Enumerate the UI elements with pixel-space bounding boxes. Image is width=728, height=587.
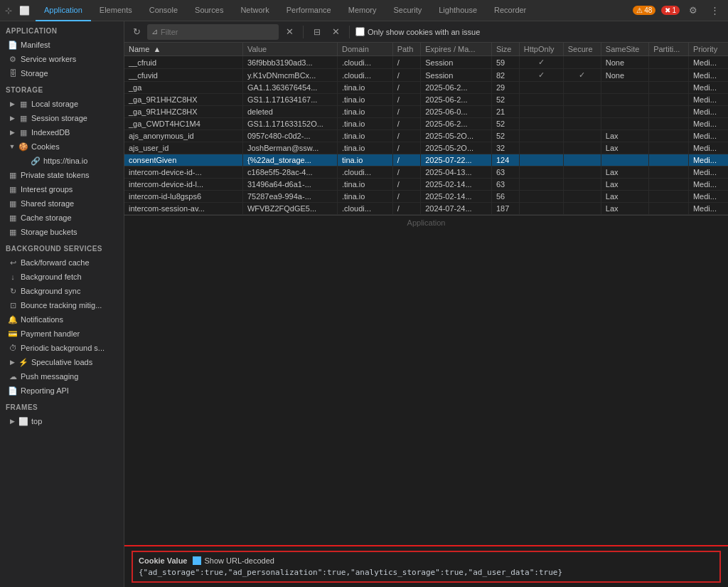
table-row[interactable]: __cfuvidy.K1vDNmcmBCx....cloudi.../Sessi…: [124, 69, 728, 82]
table-row[interactable]: ajs_user_idJoshBerman@ssw....tina.io/202…: [124, 142, 728, 154]
tab-bar: ⊹ ⬜ Application Elements Console Sources…: [0, 0, 728, 21]
sidebar-item-cookies[interactable]: ▼ 🍪 Cookies: [0, 139, 124, 154]
close-button[interactable]: ✕: [328, 24, 343, 40]
cell-size: 21: [492, 106, 520, 118]
tab-elements[interactable]: Elements: [91, 0, 141, 21]
cell-value: GA1.1.363676454...: [242, 82, 337, 94]
cell-domain: .cloudi...: [338, 166, 393, 179]
table-row[interactable]: intercom-id-lu8gsps675287ea9-994a-....ti…: [124, 191, 728, 203]
show-decoded-checkbox[interactable]: [193, 556, 201, 565]
settings-button[interactable]: ⚙: [685, 3, 701, 18]
sidebar-item-push-messaging[interactable]: ☁ Push messaging: [0, 369, 124, 384]
col-header-httponly[interactable]: HttpOnly: [519, 43, 563, 56]
tab-recorder[interactable]: Recorder: [486, 0, 535, 21]
sidebar-item-speculative-loads[interactable]: ▶ ⚡ Speculative loads: [0, 355, 124, 369]
error-badge[interactable]: ✖ 1: [661, 6, 680, 15]
cursor-icon[interactable]: ⊹: [3, 5, 14, 16]
cell-name: ajs_user_id: [124, 142, 242, 154]
sidebar-item-periodic-background[interactable]: ⏱ Periodic background s...: [0, 341, 124, 355]
col-header-priority[interactable]: Priority: [688, 43, 728, 56]
col-header-size[interactable]: Size: [492, 43, 520, 56]
sidebar-item-local-storage[interactable]: ▶ ▦ Local storage: [0, 97, 124, 111]
cell-size: 32: [492, 142, 520, 154]
sidebar-item-interest-groups[interactable]: ▦ Interest groups: [0, 182, 124, 196]
tab-security[interactable]: Security: [385, 0, 430, 21]
sidebar-item-private-state-tokens[interactable]: ▦ Private state tokens: [0, 168, 124, 182]
sidebar-item-reporting-api[interactable]: 📄 Reporting API: [0, 384, 124, 398]
table-row[interactable]: intercom-device-id-...c168e5f5-28ac-4...…: [124, 166, 728, 179]
notifications-label: Notifications: [21, 315, 63, 324]
delete-button[interactable]: ⊟: [309, 24, 325, 40]
tab-memory[interactable]: Memory: [340, 0, 385, 21]
cell-path: /: [392, 118, 421, 130]
table-row[interactable]: _ga_9R1HHZC8HXdeleted.tina.io/2025-06-0.…: [124, 106, 728, 118]
cell-priority: Medi...: [688, 142, 728, 154]
cookies-url-label: https://tina.io: [43, 157, 87, 165]
tab-sources[interactable]: Sources: [186, 0, 232, 21]
sidebar-item-session-storage[interactable]: ▶ ▦ Session storage: [0, 111, 124, 125]
filter-input[interactable]: [161, 28, 274, 36]
sidebar-item-cookies-url[interactable]: 🔗 https://tina.io: [0, 154, 124, 168]
sidebar-item-cache-storage[interactable]: ▦ Cache storage: [0, 211, 124, 225]
sidebar-item-top[interactable]: ▶ ⬜ top: [0, 414, 124, 428]
cell-parti: [649, 94, 689, 106]
cell-name: __cfuvid: [124, 69, 242, 82]
col-header-secure[interactable]: Secure: [563, 43, 601, 56]
cell-samesite: None: [601, 69, 648, 82]
col-header-domain[interactable]: Domain: [338, 43, 393, 56]
cell-secure: [563, 203, 601, 215]
sidebar-item-background-sync[interactable]: ↻ Background sync: [0, 284, 124, 298]
table-row[interactable]: consentGiven{%22ad_storage...tina.io/202…: [124, 154, 728, 166]
tab-performance[interactable]: Performance: [278, 0, 340, 21]
cell-parti: [649, 56, 689, 69]
sidebar-item-notifications[interactable]: 🔔 Notifications: [0, 312, 124, 327]
storage-section-title: Storage: [0, 80, 124, 97]
cell-priority: Medi...: [688, 94, 728, 106]
cell-domain: .tina.io: [338, 82, 393, 94]
cell-name: intercom-device-id-...: [124, 166, 242, 179]
tab-network[interactable]: Network: [232, 0, 277, 21]
sidebar-item-background-fetch[interactable]: ↓ Background fetch: [0, 270, 124, 284]
col-header-path[interactable]: Path: [392, 43, 421, 56]
table-row[interactable]: _gaGA1.1.363676454....tina.io/2025-06-2.…: [124, 82, 728, 94]
col-header-samesite[interactable]: SameSite: [601, 43, 648, 56]
sidebar-item-storage-buckets[interactable]: ▦ Storage buckets: [0, 225, 124, 239]
col-header-name[interactable]: Name ▲: [124, 43, 242, 56]
sidebar-item-service-workers[interactable]: ⚙ Service workers: [0, 52, 124, 66]
device-icon[interactable]: ⬜: [18, 5, 30, 16]
cell-httponly: [519, 179, 563, 191]
clear-filter-button[interactable]: ✕: [282, 24, 297, 40]
table-container[interactable]: Name ▲ Value Domain Path Expires / Ma...…: [124, 43, 728, 545]
payment-handler-icon: 💳: [9, 329, 17, 338]
sidebar-item-bounce-tracking[interactable]: ⊡ Bounce tracking mitig...: [0, 298, 124, 312]
table-row[interactable]: _ga_9R1HHZC8HXGS1.1.171634167....tina.io…: [124, 94, 728, 106]
tab-application[interactable]: Application: [36, 0, 91, 21]
sidebar-item-indexeddb[interactable]: ▶ ▦ IndexedDB: [0, 125, 124, 139]
cell-priority: Medi...: [688, 166, 728, 179]
cookies-only-checkbox[interactable]: [355, 27, 365, 36]
sidebar-item-payment-handler[interactable]: 💳 Payment handler: [0, 327, 124, 341]
cookies-only-label[interactable]: Only show cookies with an issue: [355, 27, 480, 36]
col-header-value[interactable]: Value: [242, 43, 337, 56]
sidebar-item-manifest[interactable]: 📄 Manifest: [0, 38, 124, 52]
table-row[interactable]: _ga_CWDT4HC1M4GS1.1.171633152O....tina.i…: [124, 118, 728, 130]
show-decoded-label[interactable]: Show URL-decoded: [193, 556, 274, 565]
sidebar-item-shared-storage[interactable]: ▦ Shared storage: [0, 196, 124, 211]
table-row[interactable]: __cfruid36f9bbb3190ad3....cloudi.../Sess…: [124, 56, 728, 69]
table-row[interactable]: intercom-session-av...WFVBZ2FQdGE5....cl…: [124, 203, 728, 215]
table-row[interactable]: intercom-device-id-l...31496a64-d6a1-...…: [124, 179, 728, 191]
more-button[interactable]: ⋮: [707, 3, 722, 18]
table-row[interactable]: ajs_anonymous_id0957c480-c0d2-....tina.i…: [124, 130, 728, 142]
warning-badge[interactable]: ⚠ 48: [633, 6, 655, 15]
cell-priority: Medi...: [688, 191, 728, 203]
refresh-button[interactable]: ↻: [129, 24, 144, 40]
cell-size: 59: [492, 56, 520, 69]
sidebar-item-back-forward[interactable]: ↩ Back/forward cache: [0, 255, 124, 270]
col-header-parti[interactable]: Partiti...: [649, 43, 689, 56]
cell-expires: 2025-06-0...: [421, 106, 492, 118]
col-header-expires[interactable]: Expires / Ma...: [421, 43, 492, 56]
tab-console[interactable]: Console: [141, 0, 186, 21]
cell-path: /: [392, 203, 421, 215]
tab-lighthouse[interactable]: Lighthouse: [430, 0, 486, 21]
sidebar-item-storage[interactable]: 🗄 Storage: [0, 66, 124, 80]
